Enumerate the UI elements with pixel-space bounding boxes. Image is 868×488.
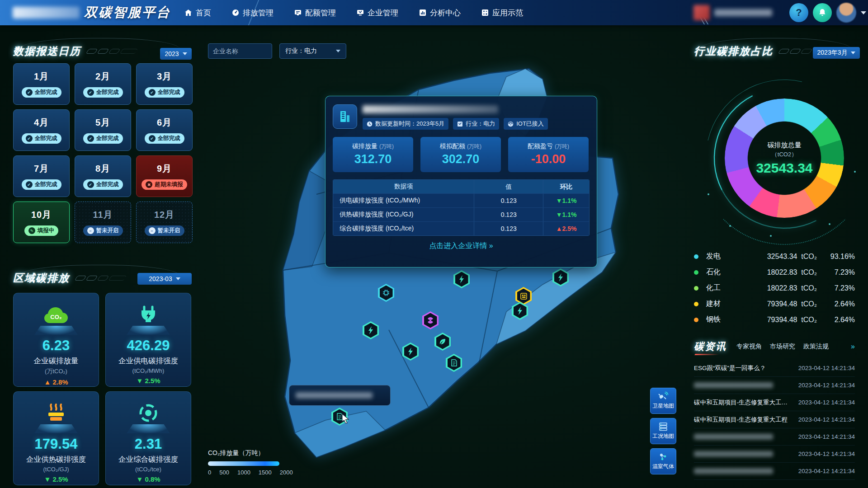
news-item-redacted[interactable]: 2023-04-12 14:21:34 [694, 377, 855, 394]
nav-item-emission[interactable]: 排放管理 [232, 8, 274, 18]
analysis-icon [419, 9, 426, 16]
tab-market-research[interactable]: 市场研究 [770, 343, 795, 351]
calendar-year-select[interactable]: 2023 [160, 48, 192, 60]
company-name-redacted [363, 105, 498, 113]
stat-card-power-intensity[interactable]: 426.29 企业供电碳排强度 (tCO₂/MWh) ▼ 2.5% [105, 293, 191, 387]
stat-card-comprehensive-intensity[interactable]: 2.31 企业综合碳排强度 (tCO₂/tce) ▼ 0.8% [105, 391, 191, 485]
news-more-link[interactable]: » [851, 343, 855, 351]
help-button[interactable]: ? [789, 3, 808, 22]
month-card-nov[interactable]: 11月−暂未开启 [75, 202, 131, 243]
greenhouse-gas-button[interactable]: 温室气体 [650, 448, 676, 474]
status-badge: −暂未开启 [83, 225, 123, 236]
month-card-aug[interactable]: 8月✔全部完成 [75, 155, 131, 197]
month-card-jun[interactable]: 6月✔全部完成 [136, 109, 193, 151]
stat-unit: (tCO₂/tce) [106, 466, 191, 473]
month-card-mar[interactable]: 3月✔全部完成 [136, 63, 193, 105]
region-period-select[interactable]: 2023-03 [137, 273, 192, 285]
news-item-redacted[interactable]: 2023-04-12 14:21:34 [694, 463, 855, 480]
brand-logo-redacted [13, 7, 80, 19]
iot-icon [508, 121, 514, 127]
stat-change: ▼ 2.5% [14, 475, 99, 483]
stat-card-heat-intensity[interactable]: 179.54 企业供热碳排强度 (tCO₂/GJ) ▼ 2.5% [13, 391, 99, 485]
industry-filter-select[interactable]: 行业：电力 [279, 43, 346, 59]
month-card-jul[interactable]: 7月✔全部完成 [13, 155, 70, 197]
lightning-icon [458, 275, 465, 283]
stat-unit: (tCO₂/MWh) [106, 367, 191, 374]
map-marker-lightning[interactable] [363, 321, 379, 339]
map-marker-document[interactable] [446, 354, 462, 372]
cross-icon: ✖ [146, 181, 152, 188]
industry-period-select[interactable]: 2023年3月 [813, 47, 860, 59]
quota-value: 302.70 [420, 152, 501, 166]
check-icon: ✔ [26, 181, 33, 188]
partner-logo-redacted [693, 5, 710, 20]
stat-change: ▼ 2.5% [106, 377, 191, 385]
lightning-icon [407, 347, 414, 356]
chevron-down-icon [176, 277, 180, 280]
nav-menu: 首页 排放管理 配额管理 企业管理 分析中心 应用示范 [184, 0, 523, 25]
donut-center: 碳排放总量 （tCO2） 32543.34 [716, 89, 853, 227]
nav-item-enterprise[interactable]: 企业管理 [357, 8, 398, 18]
stat-value: 6.23 [14, 338, 99, 354]
month-card-feb[interactable]: 2月✔全部完成 [75, 63, 131, 105]
map-marker-lightning[interactable] [402, 343, 419, 361]
user-avatar[interactable] [836, 3, 856, 23]
stat-unit: (tCO₂/GJ) [14, 466, 99, 473]
title-decoration [76, 276, 125, 281]
month-card-sep[interactable]: 9月✖超期未填报 [136, 155, 193, 197]
status-badge: ✔全部完成 [22, 87, 61, 98]
minus-icon: − [149, 227, 156, 234]
table-row: 供电碳排放强度 (tCO₂/MWh) 0.123 ▼1.1% [333, 193, 589, 207]
news-item-redacted[interactable]: 2023-04-12 14:21:34 [694, 428, 855, 446]
status-badge: −暂未开启 [145, 225, 184, 236]
map-marker-chip[interactable] [378, 284, 394, 302]
title-decoration [87, 49, 137, 54]
satellite-icon [658, 392, 668, 401]
legend-dot [694, 254, 698, 259]
brand-name: 双碳智服平台 [84, 4, 171, 22]
building-icon [333, 104, 357, 129]
map-marker-lightning[interactable] [552, 268, 569, 286]
map-marker-lightning[interactable] [512, 302, 528, 320]
nav-item-quota[interactable]: 配额管理 [294, 8, 336, 18]
map-marker-lightning[interactable] [453, 270, 470, 288]
stat-label: 企业综合碳排强度 [106, 455, 191, 465]
tab-policy[interactable]: 政策法规 [803, 343, 829, 351]
operating-map-button[interactable]: 工况地图 [650, 418, 676, 444]
map-marker-radiation[interactable] [422, 311, 439, 329]
satellite-map-button[interactable]: 卫星地图 [650, 388, 676, 414]
chevron-down-icon [183, 52, 187, 55]
month-card-oct[interactable]: 10月✎填报中 [13, 202, 70, 243]
news-item-redacted[interactable]: 2023-04-12 14:21:34 [694, 446, 855, 463]
nav-item-demo[interactable]: 应用示范 [481, 8, 523, 18]
popup-tags: 数据更新时间：2023年5月 行业：电力 IOT已接入 [363, 118, 590, 130]
status-badge: ✔全部完成 [83, 87, 123, 98]
calendar-title: 数据报送日历 [13, 44, 81, 58]
map-marker-leaf[interactable] [434, 333, 451, 351]
tab-expert-view[interactable]: 专家视角 [736, 343, 762, 351]
month-card-jan[interactable]: 1月✔全部完成 [13, 63, 70, 105]
stat-change: ▲ 2.8% [14, 378, 99, 386]
server-icon [659, 422, 668, 431]
legend-dot [694, 302, 698, 306]
stat-card-emission[interactable]: CO₂ 6.23 企业碳排放量 (万tCO₂) ▲ 2.8% [13, 293, 99, 387]
month-card-may[interactable]: 5月✔全部完成 [75, 109, 131, 151]
bell-icon [818, 8, 827, 17]
month-card-apr[interactable]: 4月✔全部完成 [13, 109, 70, 151]
minus-icon: − [87, 227, 94, 234]
enterprise-popup: 数据更新时间：2023年5月 行业：电力 IOT已接入 碳排放量 (万吨) 31… [325, 96, 597, 267]
nav-item-analysis[interactable]: 分析中心 [419, 8, 461, 18]
legend-gradient-bar [208, 461, 279, 466]
nav-item-home[interactable]: 首页 [184, 8, 211, 18]
news-tabs: 专家视角 市场研究 政策法规 [736, 343, 829, 351]
notifications-button[interactable] [813, 3, 832, 22]
news-item[interactable]: 碳中和五期项目-生态修复重大工程 2023-04-12 14:21:34 [694, 411, 855, 428]
news-item[interactable]: 碳中和五期项目-生态修复重大工程... 2023-04-12 14:21:34 [694, 394, 855, 411]
company-search-input[interactable] [208, 43, 272, 59]
carbon-dashboard: 双碳智服平台 首页 排放管理 配额管理 企业管理 分析中心 [0, 0, 868, 488]
popup-table: 数据项 值 环比 供电碳排放强度 (tCO₂/MWh) 0.123 ▼1.1% … [333, 179, 590, 236]
enterprise-detail-link[interactable]: 点击进入企业详情 » [333, 241, 590, 251]
news-item[interactable]: ESG跟“双碳”是一回事么？ 2023-04-12 14:21:34 [694, 360, 855, 377]
month-card-dec[interactable]: 12月−暂未开启 [136, 202, 193, 243]
chevron-down-icon[interactable] [861, 11, 866, 14]
